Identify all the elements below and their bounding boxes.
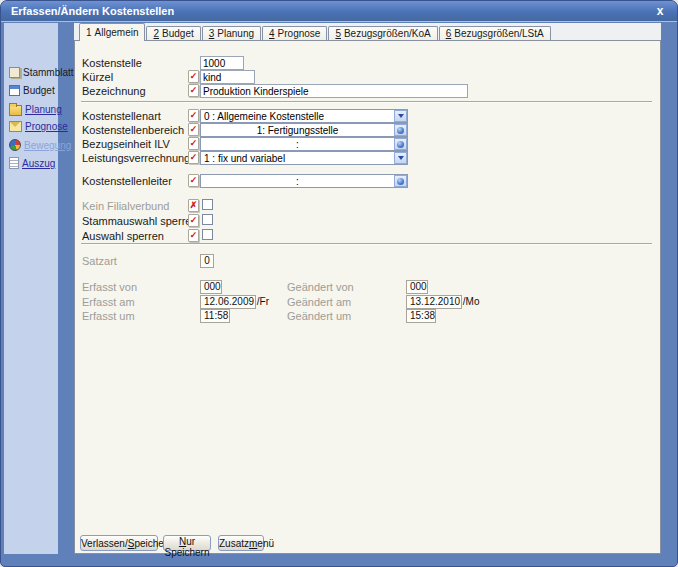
kuerzel-label: Kürzel — [82, 71, 113, 83]
auswahl-sperren-label: Auswahl sperren — [82, 230, 164, 242]
folder-icon — [9, 105, 22, 116]
lookup-sphere-icon[interactable] — [394, 124, 407, 136]
sidebar-item-label: Planung — [25, 104, 62, 115]
leistungsverrechnung-select[interactable]: 1 : fix und variabel — [200, 151, 408, 165]
selected-value: : — [201, 176, 394, 187]
tab-label: Bezugsgrößen/LStA — [454, 28, 544, 39]
section-divider — [81, 101, 652, 103]
sidebar-item-label: Stammblatt — [23, 67, 74, 78]
erfasst-um-label: Erfasst um — [82, 310, 135, 322]
app-window: Erfassen/Ändern Kostenstellen x Stammbla… — [0, 0, 678, 567]
stammauswahl-sperren-label: Stammauswahl sperren — [82, 215, 198, 227]
budget-icon — [9, 85, 20, 96]
envelope-icon — [9, 121, 22, 132]
field-check-icon: ✓ — [188, 109, 199, 122]
lookup-sphere-icon[interactable] — [394, 175, 407, 187]
selected-value: 1 : fix und variabel — [201, 153, 394, 164]
geaendert-von-value: 000 — [406, 280, 428, 294]
selected-value: 1: Fertigungsstelle — [201, 125, 394, 136]
field-check-icon: ✓ — [188, 123, 199, 136]
erfasst-am-value: 12.06.2009 /Fr — [200, 295, 256, 309]
tab-mnemonic: 5 — [335, 28, 341, 39]
tab-label: Bezugsgrößen/KoA — [344, 28, 431, 39]
kostenstelle-label: Kostenstelle — [82, 57, 142, 69]
kostenstellenart-select[interactable]: 0 : Allgemeine Kostenstelle — [200, 109, 408, 123]
geaendert-von-label: Geändert von — [287, 281, 354, 293]
document-icon — [9, 157, 19, 169]
erfasst-von-value: 000 — [200, 280, 222, 294]
tab-mnemonic: 4 — [269, 28, 275, 39]
tab-budget[interactable]: 2Budget — [146, 26, 200, 41]
kostenstellenbereich-select[interactable]: 1: Fertigungsstelle — [200, 123, 408, 137]
tab-label: Budget — [162, 28, 194, 39]
dropdown-arrow-icon[interactable] — [394, 110, 407, 122]
nur-speichern-button[interactable]: Nur Speichern — [163, 535, 211, 551]
geaendert-am-value: 13.12.2010 /Mo — [406, 295, 462, 309]
sidebar-item-label: Prognose — [25, 121, 68, 132]
form-panel: Kostenstelle Kürzel ✓ Bezeichnung ✓ Kost… — [74, 40, 661, 554]
sidebar-item-label: Auszug — [22, 158, 55, 169]
sidebar-item-label: Bewegung — [24, 140, 71, 151]
tab-prognose[interactable]: 4Prognose — [262, 26, 327, 41]
erfasst-am-label: Erfasst am — [82, 296, 135, 308]
selected-value: 0 : Allgemeine Kostenstelle — [201, 111, 394, 122]
tab-mnemonic: 1 — [86, 27, 92, 38]
tab-bezugsgroessen-koa[interactable]: 5Bezugsgrößen/KoA — [328, 26, 437, 41]
sidebar-item-auszug[interactable]: Auszug — [9, 157, 55, 169]
field-check-icon: ✓ — [188, 174, 199, 187]
zusatzmenu-button[interactable]: Zusatzmenü — [218, 535, 264, 551]
satzart-value: 0 — [200, 254, 214, 268]
bezugseinheit-ilv-select[interactable]: : — [200, 137, 408, 151]
kostenstellenleiter-label: Kostenstellenleiter — [82, 175, 172, 187]
tab-mnemonic: 6 — [446, 28, 452, 39]
sidebar-item-planung[interactable]: Planung — [9, 103, 62, 116]
auswahl-sperren-checkbox[interactable] — [202, 229, 213, 240]
dropdown-arrow-icon[interactable] — [394, 152, 407, 164]
tab-planung[interactable]: 3Planung — [202, 26, 261, 41]
sidebar-item-label: Budget — [23, 85, 55, 96]
tab-label: Allgemein — [95, 27, 139, 38]
bezugseinheit-ilv-label: Bezugseinheit ILV — [82, 138, 170, 150]
satzart-label: Satzart — [82, 255, 117, 267]
sidebar-item-bewegung[interactable]: Bewegung — [9, 139, 71, 151]
tab-bezugsgroessen-lsta[interactable]: 6Bezugsgrößen/LStA — [439, 26, 551, 41]
field-check-icon: ✓ — [188, 84, 199, 97]
kostenstellenleiter-select[interactable]: : — [200, 174, 408, 188]
geaendert-um-value: 15:38 — [406, 309, 436, 323]
geaendert-am-label: Geändert am — [287, 296, 351, 308]
field-check-icon: ✓ — [188, 137, 199, 150]
tab-allgemein[interactable]: 1Allgemein — [79, 23, 145, 41]
kostenstellenbereich-label: Kostenstellenbereich — [82, 124, 184, 136]
sidebar-item-prognose[interactable]: Prognose — [9, 121, 68, 132]
erfasst-um-value: 11:58 — [200, 309, 230, 323]
tab-label: Planung — [217, 28, 254, 39]
lookup-sphere-icon[interactable] — [394, 138, 407, 150]
bezeichnung-label: Bezeichnung — [82, 85, 146, 97]
kein-filialverbund-checkbox[interactable] — [202, 199, 213, 210]
kuerzel-input[interactable] — [200, 70, 255, 84]
verlassen-speichern-button[interactable]: Verlassen/Speichern — [80, 535, 158, 551]
sidebar-item-budget[interactable]: Budget — [9, 85, 55, 96]
kein-filialverbund-label: Kein Filialverbund — [82, 200, 169, 212]
section-divider — [81, 243, 652, 245]
close-icon[interactable]: x — [653, 4, 667, 18]
tab-label: Prognose — [278, 28, 321, 39]
field-check-icon: ✓ — [188, 214, 199, 227]
kostenstelle-input[interactable] — [200, 56, 244, 70]
leistungsverrechnung-label: Leistungsverrechnung — [82, 152, 190, 164]
tab-mnemonic: 2 — [153, 28, 159, 39]
window-title: Erfassen/Ändern Kostenstellen — [11, 5, 174, 17]
kostenstellenart-label: Kostenstellenart — [82, 110, 161, 122]
bezeichnung-input[interactable] — [200, 84, 468, 98]
geaendert-um-label: Geändert um — [287, 310, 351, 322]
sidebar-item-stammblatt[interactable]: Stammblatt — [9, 67, 74, 78]
sheet-icon — [9, 67, 20, 78]
field-check-icon: ✓ — [188, 70, 199, 83]
field-check-icon: ✓ — [188, 151, 199, 164]
selected-value: : — [201, 139, 394, 150]
sidebar: Stammblatt Budget Planung Prognose Beweg… — [4, 23, 58, 554]
title-bar: Erfassen/Ändern Kostenstellen x — [1, 1, 677, 22]
field-check-icon: ✓ — [188, 229, 199, 242]
pie-chart-icon — [9, 139, 21, 151]
stammauswahl-sperren-checkbox[interactable] — [202, 214, 213, 225]
